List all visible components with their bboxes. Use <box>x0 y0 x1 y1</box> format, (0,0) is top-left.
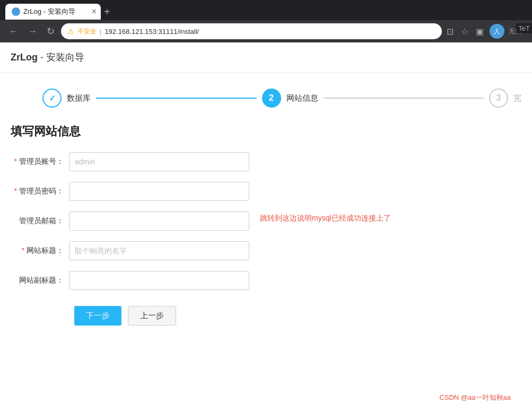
browser-tab[interactable]: ZrLog - 安装向导 × <box>5 4 101 20</box>
step-3-label: 完 <box>513 93 521 103</box>
form-container: 填写网站信息 *管理员账号： *管理员密码： 管理员邮箱： 跳转到这边说明mys… <box>0 118 532 341</box>
site-title-input[interactable] <box>69 241 249 260</box>
required-star-3: * <box>22 246 24 255</box>
admin-password-label: *管理员密码： <box>11 187 69 196</box>
page-content: ZrLog - 安装向导 ✓ 数据库 2 网站信息 3 完 填写网站信息 *管理… <box>0 42 532 412</box>
site-title-row: *网站标题： <box>11 241 521 260</box>
annotation-text: 跳转到这边说明mysql已经成功连接上了 <box>260 214 391 223</box>
url-text: 192.168.121.153:31111/install/ <box>104 28 199 36</box>
step-connector-1 <box>96 98 257 99</box>
site-subtitle-label: 网站副标题： <box>11 276 69 285</box>
step-connector-2 <box>324 98 484 99</box>
bookmark-icon[interactable]: ☆ <box>459 25 470 38</box>
step-1: ✓ 数据库 <box>42 89 91 108</box>
forward-button[interactable]: → <box>24 25 40 38</box>
admin-email-label: 管理员邮箱： <box>11 216 69 226</box>
step-3-circle: 3 <box>489 89 508 108</box>
split-screen-icon[interactable]: ▣ <box>474 25 485 38</box>
back-button[interactable]: ← <box>5 25 21 38</box>
new-tab-button[interactable]: + <box>104 6 110 18</box>
browser-nav: ← → ↻ ⚠ 不安全 | 192.168.121.153:31111/inst… <box>0 20 532 42</box>
browser-titlebar: ZrLog - 安装向导 × + TeT <box>0 0 532 20</box>
close-tab-icon[interactable]: × <box>92 7 97 16</box>
step-2-circle: 2 <box>262 89 281 108</box>
favicon-icon <box>12 7 20 16</box>
step-2: 2 网站信息 <box>262 89 318 108</box>
nav-icons: ⊡ ☆ ▣ 人 无痕... <box>445 24 527 39</box>
admin-account-row: *管理员账号： <box>11 152 521 171</box>
admin-email-row: 管理员邮箱： 跳转到这边说明mysql已经成功连接上了 <box>11 212 521 231</box>
address-bar[interactable]: ⚠ 不安全 | 192.168.121.153:31111/install/ <box>61 23 442 39</box>
prev-button[interactable]: 上一步 <box>128 306 176 326</box>
page-header: ZrLog - 安装向导 <box>0 42 532 73</box>
required-star-1: * <box>14 157 17 165</box>
button-row: 下一步 上一步 <box>11 301 521 331</box>
site-title-label: *网站标题： <box>11 246 69 256</box>
profile-icon[interactable]: 人 <box>490 24 504 39</box>
tab-title: ZrLog - 安装向导 <box>23 7 75 16</box>
browser-chrome: ZrLog - 安装向导 × + TeT ← → ↻ ⚠ 不安全 | 192.1… <box>0 0 532 42</box>
form-title: 填写网站信息 <box>11 124 521 139</box>
admin-account-input[interactable] <box>69 152 249 171</box>
step-1-circle: ✓ <box>42 89 62 108</box>
step-3: 3 完 <box>489 89 521 108</box>
wizard-steps: ✓ 数据库 2 网站信息 3 完 <box>0 73 532 118</box>
next-button[interactable]: 下一步 <box>74 306 121 326</box>
admin-password-row: *管理员密码： <box>11 182 521 201</box>
warning-icon: ⚠ <box>67 27 74 36</box>
not-secure-label: 不安全 <box>77 27 97 36</box>
profile-initial: 人 <box>494 27 500 36</box>
required-star-2: * <box>14 187 17 195</box>
admin-email-input[interactable] <box>69 212 249 231</box>
separator: | <box>100 28 101 36</box>
admin-password-input[interactable] <box>69 182 249 201</box>
step-1-label: 数据库 <box>67 93 91 103</box>
tet-label: TeT <box>516 23 532 33</box>
footer-text: CSDN @aa一叶知秋aa <box>439 393 511 401</box>
site-subtitle-row: 网站副标题： <box>11 271 521 290</box>
step-2-label: 网站信息 <box>286 93 318 103</box>
page-subtitle: - 安装向导 <box>40 52 84 63</box>
translate-icon[interactable]: ⊡ <box>445 25 455 38</box>
page-footer: CSDN @aa一叶知秋aa <box>429 388 521 408</box>
admin-account-label: *管理员账号： <box>11 157 69 166</box>
refresh-button[interactable]: ↻ <box>43 24 58 38</box>
site-name: ZrLog <box>11 52 38 63</box>
site-subtitle-input[interactable] <box>69 271 249 290</box>
